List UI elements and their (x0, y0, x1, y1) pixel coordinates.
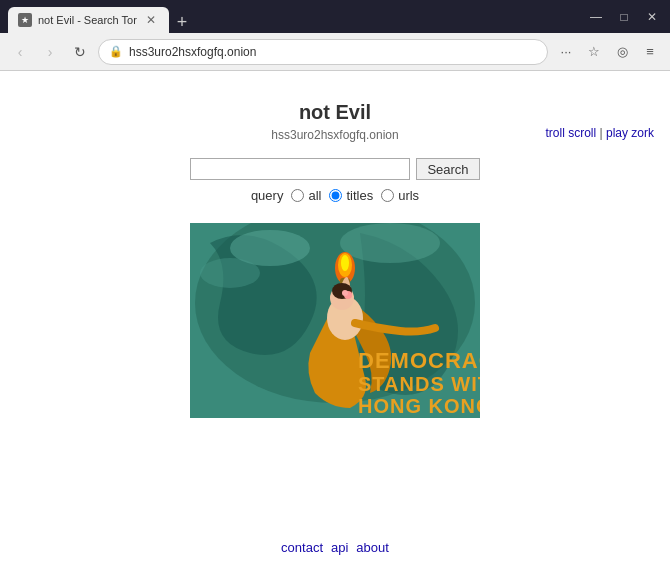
svg-text:STANDS WITH: STANDS WITH (358, 373, 480, 395)
tab-close-button[interactable]: ✕ (143, 12, 159, 28)
tab-favicon: ★ (18, 13, 32, 27)
menu-button[interactable]: ≡ (638, 40, 662, 64)
svg-point-4 (200, 258, 260, 288)
about-link[interactable]: about (356, 540, 389, 555)
bookmark-button[interactable]: ☆ (582, 40, 606, 64)
filter-titles-radio[interactable] (329, 189, 342, 202)
address-bar: ‹ › ↻ 🔒 hss3uro2hsxfogfq.onion ··· ☆ ◎ ≡ (0, 33, 670, 71)
lock-icon: 🔒 (109, 45, 123, 58)
close-window-button[interactable]: ✕ (642, 7, 662, 27)
search-button[interactable]: Search (416, 158, 479, 180)
site-subtitle: hss3uro2hsxfogfq.onion (271, 128, 398, 142)
svg-point-7 (341, 255, 349, 271)
filter-titles-text: titles (346, 188, 373, 203)
filter-row: query all titles urls (251, 188, 419, 203)
filter-urls-text: urls (398, 188, 419, 203)
filter-all-radio[interactable] (291, 189, 304, 202)
more-button[interactable]: ··· (554, 40, 578, 64)
filter-urls-label[interactable]: urls (381, 188, 419, 203)
address-input-wrap[interactable]: 🔒 hss3uro2hsxfogfq.onion (98, 39, 548, 65)
tab-label: not Evil - Search Tor (38, 14, 137, 26)
new-tab-button[interactable]: + (169, 12, 196, 33)
back-button[interactable]: ‹ (8, 40, 32, 64)
active-tab[interactable]: ★ not Evil - Search Tor ✕ (8, 7, 169, 33)
window-controls: — □ ✕ (586, 7, 662, 27)
contact-link[interactable]: contact (281, 540, 323, 555)
minimize-button[interactable]: — (586, 7, 606, 27)
troll-scroll-link[interactable]: troll scroll (546, 126, 597, 140)
site-title: not Evil (299, 101, 371, 124)
hero-image: DEMOCRACY STANDS WITH HONG KONG (190, 223, 480, 418)
svg-text:HONG KONG: HONG KONG (358, 395, 480, 417)
top-links: troll scroll | play zork (546, 126, 655, 140)
toolbar-right: ··· ☆ ◎ ≡ (554, 40, 662, 64)
filter-label: query (251, 188, 284, 203)
title-bar: ★ not Evil - Search Tor ✕ + — □ ✕ (0, 0, 670, 33)
svg-point-3 (340, 223, 440, 263)
svg-text:DEMOCRACY: DEMOCRACY (358, 348, 480, 373)
filter-titles-label[interactable]: titles (329, 188, 373, 203)
filter-urls-radio[interactable] (381, 189, 394, 202)
play-zork-link[interactable]: play zork (606, 126, 654, 140)
address-url[interactable]: hss3uro2hsxfogfq.onion (129, 45, 537, 59)
search-row: Search (190, 158, 479, 180)
api-link[interactable]: api (331, 540, 348, 555)
svg-point-14 (342, 290, 348, 296)
filter-all-text: all (308, 188, 321, 203)
forward-button[interactable]: › (38, 40, 62, 64)
extension-button[interactable]: ◎ (610, 40, 634, 64)
filter-all-label[interactable]: all (291, 188, 321, 203)
refresh-button[interactable]: ↻ (68, 40, 92, 64)
browser-content: troll scroll | play zork not Evil hss3ur… (0, 71, 670, 573)
search-input[interactable] (190, 158, 410, 180)
page-footer: contact api about (281, 540, 389, 555)
maximize-button[interactable]: □ (614, 7, 634, 27)
tab-area: ★ not Evil - Search Tor ✕ + (8, 0, 574, 33)
